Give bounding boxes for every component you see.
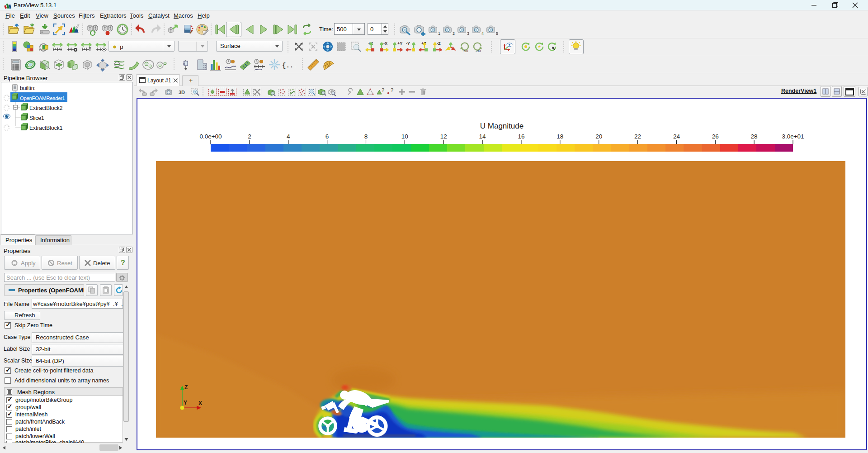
svg-text:22: 22 [634,133,641,140]
svg-text:builtin:: builtin: [20,85,36,91]
svg-text:10: 10 [401,133,408,140]
svg-text:-90: -90 [476,49,481,52]
svg-text:ExtractBlock1: ExtractBlock1 [29,125,63,131]
svg-text:4: 4 [287,133,290,140]
svg-text:Z: Z [184,384,188,391]
svg-text:20: 20 [595,133,602,140]
svg-text:U Magnitude: U Magnitude [480,122,524,130]
svg-text:{...}: {...} [282,62,295,69]
svg-text:Y: Y [184,400,187,406]
svg-text:14: 14 [479,133,486,140]
svg-text:Slice1: Slice1 [29,115,44,121]
svg-text:2: 2 [248,133,251,140]
svg-text:0.0e+00: 0.0e+00 [199,133,222,140]
svg-text:5: 5 [496,31,498,36]
svg-text:26: 26 [712,133,719,140]
svg-text:3D: 3D [179,90,185,95]
svg-text:24: 24 [673,133,680,140]
svg-text:18: 18 [557,133,563,140]
svg-text:-Z: -Z [437,41,441,46]
svg-text:8: 8 [364,133,368,140]
svg-text:6: 6 [326,133,329,140]
svg-text:+Y: +Y [397,41,402,46]
svg-text:2: 2 [453,31,455,36]
svg-text:-Y: -Y [406,41,410,46]
svg-text:28: 28 [751,133,758,140]
svg-text:4: 4 [481,31,484,36]
svg-text:ExtractBlock2: ExtractBlock2 [29,105,63,111]
svg-text:1: 1 [438,31,440,36]
svg-text:?: ? [382,87,384,93]
svg-text:OpenFOAMReader1: OpenFOAMReader1 [20,95,65,101]
svg-text:3.0e+01: 3.0e+01 [782,133,804,140]
svg-text:12: 12 [440,133,447,140]
svg-text:X: X [198,400,202,406]
svg-text:3: 3 [467,31,469,36]
svg-text:16: 16 [518,133,524,140]
svg-text:?: ? [391,87,393,93]
svg-text:+90: +90 [462,49,468,52]
svg-text:-X: -X [383,41,387,46]
